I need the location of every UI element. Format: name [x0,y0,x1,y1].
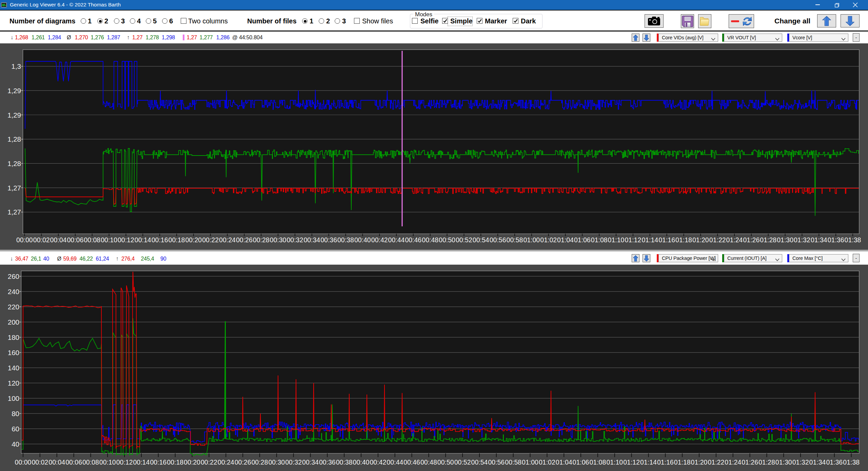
svg-text:00:26: 00:26 [235,458,251,466]
svg-text:01:28: 01:28 [758,458,775,466]
svg-text:260: 260 [8,272,19,280]
svg-text:00:20: 00:20 [184,458,200,466]
svg-text:01:14: 01:14 [640,458,657,466]
svg-text:00:10: 00:10 [99,458,116,466]
svg-text:01:18: 01:18 [675,236,692,244]
svg-text:01:02: 01:02 [540,236,557,244]
svg-text:180: 180 [8,333,19,341]
svg-text:240: 240 [8,288,19,295]
svg-text:00:30: 00:30 [268,458,285,466]
svg-text:00:04: 00:04 [50,236,67,244]
svg-text:00:08: 00:08 [82,458,99,466]
svg-text:00:36: 00:36 [319,458,336,466]
svg-text:00:52: 00:52 [456,236,472,244]
svg-text:00:10: 00:10 [101,236,117,244]
svg-text:01:24: 01:24 [726,236,743,244]
svg-text:00:16: 00:16 [152,236,168,244]
svg-text:1,28: 1,28 [7,160,21,167]
svg-text:1,3: 1,3 [12,62,21,70]
svg-text:01:16: 01:16 [658,236,675,244]
svg-text:00:48: 00:48 [422,236,438,244]
svg-text:01:34: 01:34 [809,458,826,466]
svg-text:140: 140 [8,364,19,372]
svg-text:01:04: 01:04 [556,458,572,466]
svg-text:01:16: 01:16 [657,458,674,466]
svg-text:01:08: 01:08 [591,236,608,244]
svg-text:01:22: 01:22 [708,458,724,466]
svg-text:120: 120 [8,379,19,387]
svg-text:00:38: 00:38 [336,458,353,466]
svg-text:01:38: 01:38 [843,458,860,466]
svg-text:01:32: 01:32 [792,458,809,466]
svg-text:1,29: 1,29 [7,87,21,95]
svg-text:01:00: 01:00 [523,236,540,244]
svg-text:00:12: 00:12 [118,236,134,244]
svg-text:1,27: 1,27 [7,208,21,216]
svg-text:00:50: 00:50 [439,236,455,244]
svg-text:00:34: 00:34 [302,458,319,466]
svg-text:00:50: 00:50 [437,458,454,466]
svg-text:01:18: 01:18 [674,458,691,466]
svg-text:100: 100 [8,394,19,402]
svg-text:01:06: 01:06 [573,458,589,466]
svg-text:00:30: 00:30 [270,236,287,244]
svg-text:00:58: 00:58 [505,458,521,466]
svg-text:01:36: 01:36 [828,236,844,244]
svg-text:00:32: 00:32 [285,458,302,466]
svg-text:00:42: 00:42 [371,236,388,244]
svg-text:00:28: 00:28 [253,236,270,244]
svg-text:00:18: 00:18 [169,236,185,244]
svg-text:00:00: 00:00 [16,236,33,244]
svg-text:00:48: 00:48 [420,458,437,466]
svg-text:01:28: 01:28 [760,236,776,244]
svg-text:01:02: 01:02 [539,458,555,466]
svg-text:00:58: 00:58 [507,236,523,244]
svg-text:01:20: 01:20 [692,236,709,244]
svg-text:00:34: 00:34 [303,236,320,244]
svg-text:80: 80 [12,410,19,417]
svg-text:01:10: 01:10 [606,458,623,466]
svg-text:00:26: 00:26 [236,236,253,244]
svg-text:01:08: 01:08 [589,458,606,466]
svg-text:40: 40 [12,440,19,448]
svg-text:1,27: 1,27 [7,184,21,192]
svg-text:00:08: 00:08 [84,236,100,244]
svg-text:00:06: 00:06 [65,458,82,466]
svg-text:00:52: 00:52 [454,458,471,466]
svg-text:01:12: 01:12 [625,236,641,244]
svg-text:01:00: 01:00 [522,458,538,466]
svg-text:01:06: 01:06 [574,236,591,244]
svg-text:00:44: 00:44 [388,236,405,244]
svg-text:160: 160 [8,349,19,356]
svg-text:00:32: 00:32 [287,236,303,244]
svg-text:00:40: 00:40 [353,458,370,466]
svg-text:00:46: 00:46 [405,236,421,244]
svg-text:00:54: 00:54 [473,236,489,244]
svg-text:01:14: 01:14 [642,236,658,244]
svg-text:00:40: 00:40 [354,236,371,244]
svg-text:00:06: 00:06 [67,236,83,244]
svg-text:00:42: 00:42 [370,458,386,466]
svg-text:00:38: 00:38 [337,236,354,244]
svg-text:01:22: 01:22 [709,236,726,244]
svg-text:01:26: 01:26 [742,458,758,466]
svg-text:00:02: 00:02 [33,236,50,244]
svg-text:00:22: 00:22 [201,458,217,466]
svg-text:00:24: 00:24 [219,236,236,244]
svg-text:00:54: 00:54 [471,458,488,466]
svg-text:00:36: 00:36 [320,236,337,244]
svg-text:01:32: 01:32 [794,236,810,244]
svg-text:01:24: 01:24 [725,458,741,466]
svg-text:01:10: 01:10 [608,236,625,244]
svg-text:60: 60 [12,425,19,433]
svg-text:00:12: 00:12 [116,458,133,466]
svg-text:1,28: 1,28 [7,135,21,143]
svg-text:01:26: 01:26 [743,236,760,244]
svg-text:00:22: 00:22 [202,236,219,244]
svg-text:01:30: 01:30 [777,236,793,244]
svg-text:00:20: 00:20 [185,236,202,244]
svg-text:1,29: 1,29 [7,111,21,119]
svg-text:00:56: 00:56 [488,458,505,466]
svg-text:01:30: 01:30 [775,458,792,466]
svg-text:01:34: 01:34 [811,236,827,244]
